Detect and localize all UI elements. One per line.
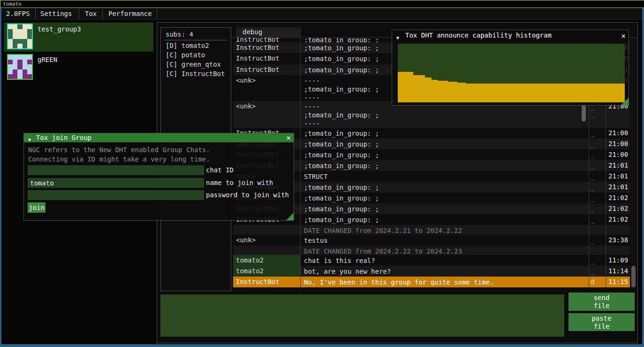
menu-separator [157, 8, 157, 19]
avatar-pixel [8, 69, 13, 74]
sender-name: tomato2 [233, 266, 300, 277]
histogram-bar [432, 80, 438, 102]
dht-histogram-titlebar[interactable]: ▼ Tox DHT announce capability histogram … [392, 30, 629, 40]
histogram-bar [425, 77, 432, 102]
menu-bar: 2.0FPSSettingsToxPerformance [1, 8, 642, 20]
message-input[interactable] [160, 294, 564, 337]
message-timestamp: 11:15 [608, 278, 629, 285]
message-text: ;tomato_in_group: ; [304, 162, 585, 170]
resize-grip-icon[interactable] [621, 98, 629, 105]
sender-name: InstructBot [233, 53, 300, 64]
message-text: ----;tomato_in_group: ;---- [304, 102, 585, 128]
message-line: ;tomato_in_group: ; [304, 194, 585, 202]
avatar-pixel [17, 60, 22, 64]
avatar-pixel [27, 74, 32, 79]
avatar-pixel [23, 39, 27, 44]
message-line: ;tomato_in_group: ; [304, 162, 585, 170]
message-text: bot, are you new here? [304, 267, 585, 276]
avatar-pixel [13, 34, 17, 39]
avatar-pixel [23, 69, 27, 74]
avatar-pixel [13, 69, 17, 74]
collapse-arrow-icon[interactable]: ▼ [28, 135, 31, 144]
join-info-line: Connecting via ID might take a very long… [28, 155, 210, 163]
message-line: ;tomato_in_group: ; [304, 183, 585, 192]
avatar-pixel [8, 55, 13, 60]
message-timestamp: 21:02 [608, 216, 629, 223]
join-field-password-to-join-with[interactable] [28, 190, 204, 200]
group-avatar [7, 54, 33, 80]
join-group-title: Tox join Group [36, 133, 91, 142]
message-text: No, I've been in this group for quite so… [304, 278, 585, 286]
histogram-bar [438, 81, 448, 102]
message-line: No, I've been in this group for quite so… [304, 278, 585, 286]
message-text: chat is this real? [304, 256, 585, 265]
message-timestamp: 21:01 [608, 172, 629, 180]
window-border-left [0, 8, 1, 344]
message-row[interactable]: tomato2chat is this real?_ _11:09 [233, 255, 630, 266]
avatar-pixel [23, 29, 27, 34]
paste-file-button[interactable]: paste file [568, 313, 635, 331]
avatar-pixel [8, 64, 13, 69]
message-row[interactable]: InstructBotNo, I've been in this group f… [233, 277, 630, 287]
avatar-pixel [17, 39, 22, 44]
avatar-pixel [23, 24, 27, 29]
avatar-pixel [23, 64, 27, 69]
avatar-pixel [27, 64, 32, 69]
message-row[interactable]: <unk>testus_ _23:38 [233, 235, 630, 246]
group-avatar [7, 23, 33, 49]
group-item-test_group3[interactable]: test_group3 [4, 23, 153, 52]
app-window: tomato 2.0FPSSettingsToxPerformance test… [0, 0, 644, 347]
message-line: ;tomato_in_group: ; [304, 111, 585, 119]
tab-debug[interactable]: debug [236, 27, 301, 37]
avatar-pixel [27, 44, 32, 48]
message-timestamp: 21:02 [608, 205, 629, 212]
menu-separator [35, 8, 36, 19]
avatar-pixel [27, 69, 32, 74]
message-line: ;tomato_in_group: ; [304, 216, 585, 224]
sender-name: InstructBot [233, 277, 300, 287]
message-row[interactable]: tomato2bot, are you new here?_ _11:14 [233, 266, 630, 277]
message-line: ---- [304, 119, 585, 128]
join-group-titlebar[interactable]: ▼ Tox join Group × [24, 133, 294, 142]
close-icon[interactable]: × [286, 133, 291, 142]
message-text: ;tomato_in_group: ; [304, 140, 585, 148]
send-file-button[interactable]: send file [568, 293, 635, 311]
subs-member-item[interactable]: [C] potato [166, 51, 205, 59]
message-timestamp: 23:38 [608, 236, 629, 244]
join-button[interactable]: join [28, 202, 45, 213]
group-item-green[interactable]: gREEN [4, 53, 153, 82]
collapse-arrow-icon[interactable]: ▼ [396, 33, 399, 43]
message-status-flags: d _ [591, 278, 604, 290]
cell-scrollbar-thumb[interactable] [582, 104, 586, 122]
message-line: ;tomato_in_group: ; [304, 205, 585, 213]
join-field-chat-id[interactable] [28, 165, 204, 175]
message-text: ;tomato_in_group: ; [304, 129, 585, 138]
menu-item-tox[interactable]: Tox [85, 10, 97, 17]
subs-member-item[interactable]: [C] green_qtox [166, 61, 221, 68]
date-divider-row: DATE CHANGED from 2024.2.21 to 2024.2.22 [233, 225, 630, 235]
close-icon[interactable]: × [621, 31, 626, 41]
avatar-pixel [17, 55, 22, 60]
avatar-pixel [8, 24, 13, 29]
message-text: ;tomato_in_group: ; [304, 183, 585, 192]
chat-scrollbar-track[interactable] [630, 38, 636, 290]
join-field-name-to-join-with[interactable] [28, 178, 204, 188]
message-line: ;tomato_in_group: ; [304, 129, 585, 138]
resize-grip-icon[interactable] [286, 213, 294, 220]
avatar-pixel [23, 74, 27, 79]
message-text: ;tomato_in_group: ; [304, 151, 585, 159]
sender-name: <unk> [233, 101, 300, 128]
menu-item-performance[interactable]: Performance [108, 10, 152, 17]
window-titlebar[interactable]: tomato [0, 0, 644, 8]
chat-scrollbar-thumb[interactable] [631, 266, 636, 287]
sender-name [233, 225, 300, 235]
subs-member-item[interactable]: [C] InstructBot [166, 70, 225, 77]
message-text: DATE CHANGED from 2024.2.22 to 2024.2.23 [304, 247, 585, 255]
histogram-bar [448, 82, 457, 102]
menu-item-settings[interactable]: Settings [40, 10, 72, 17]
subs-member-item[interactable]: [D] tomato2 [166, 42, 209, 49]
dht-histogram-window: ▼ Tox DHT announce capability histogram … [392, 30, 629, 106]
histogram-plot [398, 44, 625, 102]
message-text: ;tomato_in_group: ; [304, 216, 585, 224]
window-border-right [642, 8, 644, 344]
